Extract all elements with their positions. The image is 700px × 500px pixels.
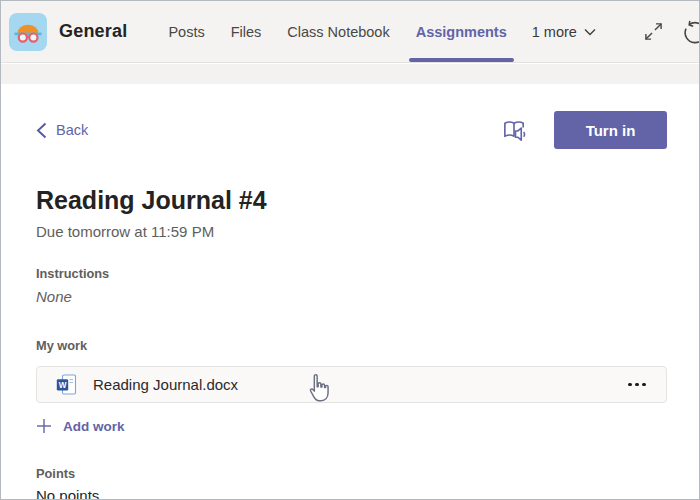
- chevron-down-icon: [584, 28, 596, 36]
- tab-class-notebook[interactable]: Class Notebook: [274, 1, 402, 62]
- teams-assignment-window: General Posts Files Class Notebook Assig…: [0, 0, 700, 500]
- points-value: No points: [36, 487, 667, 500]
- word-file-icon: W: [56, 374, 77, 395]
- immersive-reader-icon: [501, 117, 528, 144]
- channel-title: General: [59, 21, 127, 42]
- assignment-detail: Back Turn in Reading Journal #4 Due tomo…: [1, 84, 699, 499]
- attached-file-card[interactable]: W Reading Journal.docx: [36, 366, 667, 403]
- expand-button[interactable]: [642, 20, 665, 43]
- chevron-left-icon: [36, 122, 47, 139]
- back-label: Back: [56, 122, 88, 138]
- points-label: Points: [36, 466, 667, 481]
- tab-posts[interactable]: Posts: [155, 1, 217, 62]
- swimmer-avatar-icon: [9, 13, 47, 51]
- tab-files[interactable]: Files: [218, 1, 275, 62]
- my-work-label: My work: [36, 338, 667, 353]
- turn-in-button[interactable]: Turn in: [554, 111, 667, 149]
- immersive-reader-button[interactable]: [499, 115, 530, 146]
- file-more-options-button[interactable]: [626, 377, 648, 393]
- add-work-button[interactable]: Add work: [36, 418, 125, 434]
- refresh-button[interactable]: [680, 18, 700, 46]
- team-avatar[interactable]: [9, 13, 47, 51]
- assignment-toolbar: Back Turn in: [36, 111, 667, 149]
- more-tabs-label: 1 more: [532, 24, 577, 40]
- more-tabs-dropdown[interactable]: 1 more: [532, 24, 596, 40]
- refresh-icon: [682, 20, 700, 44]
- tab-assignments[interactable]: Assignments: [403, 1, 520, 62]
- assignment-title: Reading Journal #4: [36, 186, 667, 215]
- back-button[interactable]: Back: [36, 122, 88, 139]
- channel-header: General Posts Files Class Notebook Assig…: [1, 1, 699, 63]
- svg-text:W: W: [59, 381, 67, 390]
- plus-icon: [36, 418, 52, 434]
- header-actions: [642, 18, 700, 46]
- header-substrip: [1, 64, 699, 84]
- add-work-label: Add work: [63, 419, 125, 434]
- expand-icon: [644, 22, 663, 41]
- attached-file-name: Reading Journal.docx: [93, 376, 238, 393]
- instructions-label: Instructions: [36, 266, 667, 281]
- instructions-value: None: [36, 288, 667, 305]
- due-date: Due tomorrow at 11:59 PM: [36, 223, 667, 240]
- channel-tabs: Posts Files Class Notebook Assignments: [155, 1, 519, 62]
